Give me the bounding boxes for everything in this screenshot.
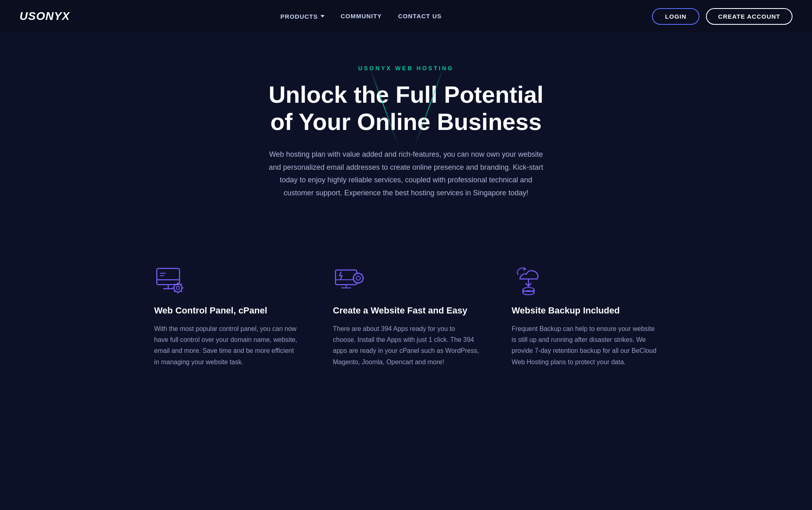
chevron-down-icon bbox=[320, 15, 325, 17]
nav-products-link[interactable]: PRODUCTS bbox=[280, 13, 324, 20]
svg-rect-0 bbox=[157, 268, 180, 285]
cpanel-icon bbox=[154, 264, 187, 297]
features-section: Web Control Panel, cPanel With the most … bbox=[0, 248, 812, 400]
feature-card-website: Create a Website Fast and Easy There are… bbox=[333, 264, 479, 367]
create-account-button[interactable]: CREATE ACCOUNT bbox=[706, 8, 793, 25]
svg-point-7 bbox=[176, 286, 180, 290]
nav-contact-link[interactable]: CONTACT US bbox=[398, 13, 442, 19]
hero-title: Unlock the Full Potential of Your Online… bbox=[264, 81, 548, 135]
nav-buttons: LOGIN CREATE ACCOUNT bbox=[652, 8, 793, 25]
hero-description: Web hosting plan with value added and ri… bbox=[268, 148, 544, 199]
feature-title-cpanel: Web Control Panel, cPanel bbox=[154, 305, 301, 317]
nav-community-link[interactable]: COMMUNITY bbox=[341, 13, 382, 19]
svg-line-13 bbox=[181, 291, 182, 292]
feature-desc-cpanel: With the most popular control panel, you… bbox=[154, 323, 301, 367]
nav-contact-label: CONTACT US bbox=[398, 13, 442, 19]
logo[interactable]: USONYX bbox=[19, 10, 70, 23]
nav-links: PRODUCTS COMMUNITY CONTACT US bbox=[280, 13, 442, 20]
svg-line-15 bbox=[174, 291, 175, 292]
nav-community-label: COMMUNITY bbox=[341, 13, 382, 19]
hero-tag: USONYX WEB HOSTING bbox=[358, 65, 454, 71]
hero-section: USONYX WEB HOSTING Unlock the Full Poten… bbox=[0, 32, 812, 248]
backup-icon bbox=[512, 264, 544, 297]
feature-card-cpanel: Web Control Panel, cPanel With the most … bbox=[154, 264, 301, 367]
feature-title-backup: Website Backup Included bbox=[512, 305, 658, 317]
nav-products-label: PRODUCTS bbox=[280, 13, 318, 20]
feature-desc-backup: Frequent Backup can help to ensure your … bbox=[512, 323, 658, 367]
navbar: USONYX PRODUCTS COMMUNITY CONTACT US LOG… bbox=[0, 0, 812, 32]
feature-title-website: Create a Website Fast and Easy bbox=[333, 305, 479, 317]
website-icon bbox=[333, 264, 366, 297]
svg-line-14 bbox=[181, 284, 182, 285]
feature-card-backup: Website Backup Included Frequent Backup … bbox=[512, 264, 658, 367]
login-button[interactable]: LOGIN bbox=[652, 8, 699, 25]
feature-desc-website: There are about 394 Apps ready for you t… bbox=[333, 323, 479, 367]
